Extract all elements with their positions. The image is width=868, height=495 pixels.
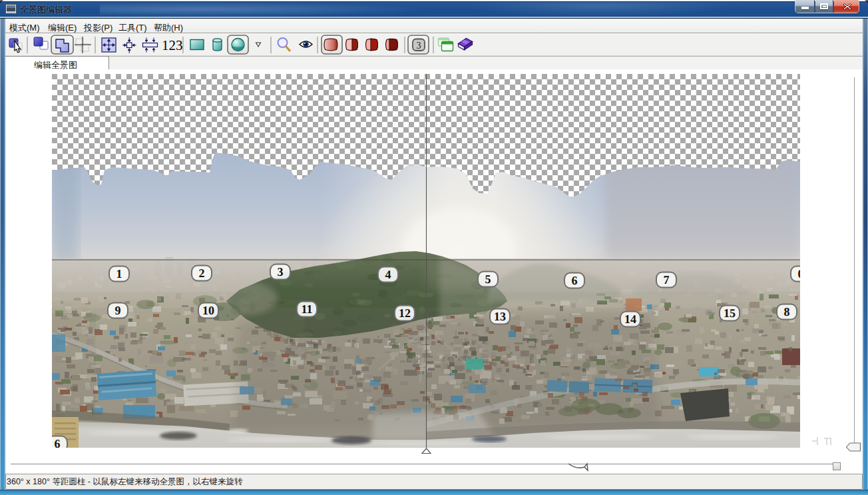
svg-text:123: 123 bbox=[162, 37, 183, 53]
svg-text:9: 9 bbox=[115, 304, 121, 317]
svg-text:1: 1 bbox=[116, 267, 122, 280]
svg-text:8: 8 bbox=[784, 305, 790, 318]
svg-text:10: 10 bbox=[202, 304, 214, 317]
svg-text:14: 14 bbox=[624, 312, 636, 326]
svg-text:15: 15 bbox=[724, 306, 736, 320]
svg-text:2: 2 bbox=[199, 266, 205, 280]
svg-text:0: 0 bbox=[798, 267, 801, 280]
svg-text:13: 13 bbox=[494, 310, 506, 323]
svg-text:5: 5 bbox=[485, 272, 491, 286]
svg-text:6: 6 bbox=[572, 274, 578, 287]
svg-text:6: 6 bbox=[55, 437, 61, 448]
svg-text:3: 3 bbox=[417, 41, 421, 51]
svg-text:7: 7 bbox=[664, 273, 670, 286]
svg-text:3: 3 bbox=[278, 265, 284, 278]
svg-text:11: 11 bbox=[301, 302, 312, 316]
svg-text:12: 12 bbox=[399, 306, 411, 320]
svg-text:4: 4 bbox=[385, 268, 391, 281]
